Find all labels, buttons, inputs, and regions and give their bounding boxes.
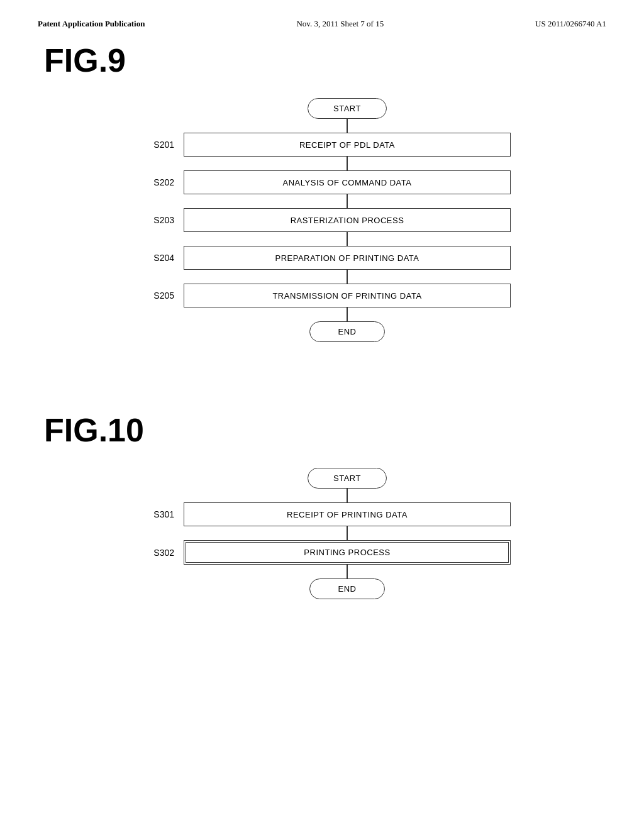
fig9-s203-label: S203 bbox=[133, 215, 184, 225]
fig9-s202-box: ANALYSIS OF COMMAND DATA bbox=[184, 170, 511, 194]
fig10-step-s301: S301 RECEIPT OF PRINTING DATA bbox=[133, 502, 511, 526]
fig9-s201-box: RECEIPT OF PDL DATA bbox=[184, 133, 511, 157]
page-header: Patent Application Publication Nov. 3, 2… bbox=[38, 19, 606, 29]
fig9-step-s202: S202 ANALYSIS OF COMMAND DATA bbox=[133, 170, 511, 194]
fig9-s205-box: TRANSMISSION OF PRINTING DATA bbox=[184, 284, 511, 307]
fig10-start-shape: START bbox=[308, 468, 387, 489]
fig9-s202-label: S202 bbox=[133, 177, 184, 187]
fig10-flowchart: START S301 RECEIPT OF PRINTING DATA bbox=[38, 468, 606, 599]
fig9-line-2 bbox=[347, 194, 348, 208]
fig10-step-s302: S302 PRINTING PROCESS bbox=[133, 540, 511, 565]
fig9-s201-label: S201 bbox=[133, 140, 184, 150]
fig9-flowchart: START S201 RECEIPT OF PDL DATA bbox=[38, 98, 606, 342]
fig9-s205-label: S205 bbox=[133, 290, 184, 301]
fig10-line-2 bbox=[347, 565, 348, 578]
fig9-s204-label: S204 bbox=[133, 253, 184, 263]
fig10-s301-label: S301 bbox=[133, 509, 184, 519]
fig9-connector-3 bbox=[133, 232, 511, 246]
fig9-connector-2 bbox=[133, 194, 511, 208]
fig9-line-1 bbox=[347, 157, 348, 170]
fig10-s302-box-outer: PRINTING PROCESS bbox=[184, 540, 511, 565]
fig9-end-row: END bbox=[133, 321, 511, 342]
fig9-connector-5 bbox=[133, 307, 511, 321]
fig10-line-0 bbox=[347, 489, 348, 502]
fig9-connector-0 bbox=[133, 119, 511, 133]
fig9-step-s205: S205 TRANSMISSION OF PRINTING DATA bbox=[133, 284, 511, 307]
fig9-s204-box: PREPARATION OF PRINTING DATA bbox=[184, 246, 511, 270]
header-date-sheet: Nov. 3, 2011 Sheet 7 of 15 bbox=[296, 19, 384, 29]
page: Patent Application Publication Nov. 3, 2… bbox=[0, 0, 644, 830]
fig9-line-3 bbox=[347, 232, 348, 246]
fig10-s301-box: RECEIPT OF PRINTING DATA bbox=[184, 502, 511, 526]
fig10-start-oval: START bbox=[184, 468, 511, 489]
fig10-connector-2 bbox=[133, 565, 511, 578]
fig9-start-shape: START bbox=[308, 98, 387, 119]
fig9-end-oval: END bbox=[184, 321, 511, 342]
fig10-s302-label: S302 bbox=[133, 548, 184, 558]
fig9-s203-box: RASTERIZATION PROCESS bbox=[184, 208, 511, 232]
header-patent-number: US 2011/0266740 A1 bbox=[535, 19, 606, 29]
fig9-section: FIG.9 START S201 RECEIPT OF PDL DATA bbox=[38, 42, 606, 342]
fig9-end-shape: END bbox=[309, 321, 385, 342]
fig9-connector-4 bbox=[133, 270, 511, 284]
fig10-end-oval: END bbox=[184, 578, 511, 599]
fig10-connector-0 bbox=[133, 489, 511, 502]
fig9-start-row: START bbox=[133, 98, 511, 119]
fig9-step-s204: S204 PREPARATION OF PRINTING DATA bbox=[133, 246, 511, 270]
fig10-start-row: START bbox=[133, 468, 511, 489]
fig9-connector-1 bbox=[133, 157, 511, 170]
header-publication-label: Patent Application Publication bbox=[38, 19, 145, 29]
fig10-line-1 bbox=[347, 526, 348, 540]
fig9-line-5 bbox=[347, 307, 348, 321]
fig10-section: FIG.10 START S301 RECEIPT OF PRINTING DA… bbox=[38, 411, 606, 599]
fig10-s302-box-inner: PRINTING PROCESS bbox=[186, 542, 509, 563]
fig9-start-oval: START bbox=[184, 98, 511, 119]
section-divider bbox=[38, 367, 606, 399]
fig9-step-s203: S203 RASTERIZATION PROCESS bbox=[133, 208, 511, 232]
fig9-label: FIG.9 bbox=[44, 42, 606, 79]
fig9-line-4 bbox=[347, 270, 348, 284]
fig10-end-shape: END bbox=[309, 578, 385, 599]
fig10-end-row: END bbox=[133, 578, 511, 599]
fig9-line-0 bbox=[347, 119, 348, 133]
fig10-label: FIG.10 bbox=[44, 411, 606, 449]
fig9-step-s201: S201 RECEIPT OF PDL DATA bbox=[133, 133, 511, 157]
fig10-connector-1 bbox=[133, 526, 511, 540]
